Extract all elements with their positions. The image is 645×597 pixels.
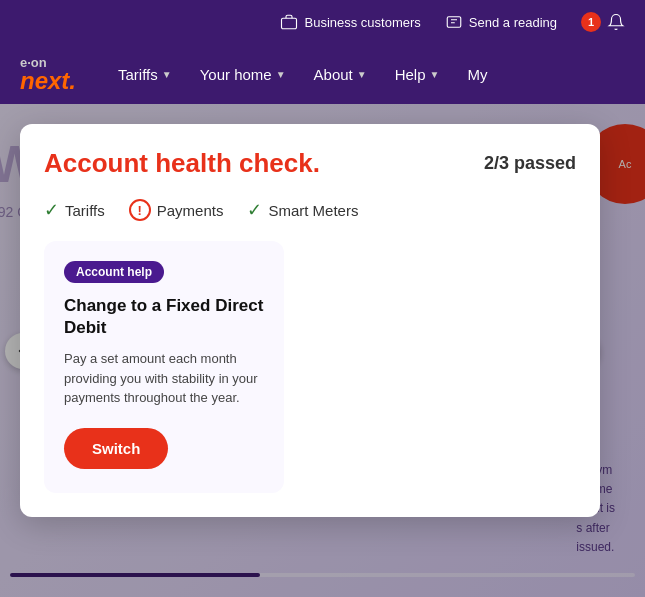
briefcase-icon — [280, 13, 298, 31]
notification-badge: 1 — [581, 12, 601, 32]
business-customers-link[interactable]: Business customers — [280, 13, 420, 31]
check-payments: ! Payments — [129, 199, 224, 221]
nav-your-home[interactable]: Your home ▼ — [188, 58, 298, 91]
modal-score: 2/3 passed — [484, 153, 576, 174]
smart-meters-pass-icon: ✓ — [247, 199, 262, 221]
notification-icon — [607, 13, 625, 31]
modal-title: Account health check. — [44, 148, 320, 179]
card-description: Pay a set amount each month providing yo… — [64, 349, 264, 408]
main-nav: Tariffs ▼ Your home ▼ About ▼ Help ▼ My — [106, 58, 625, 91]
check-tariffs-label: Tariffs — [65, 202, 105, 219]
modal-header: Account health check. 2/3 passed — [44, 148, 576, 179]
nav-bar: e·on next. Tariffs ▼ Your home ▼ About ▼… — [0, 44, 645, 104]
nav-help[interactable]: Help ▼ — [383, 58, 452, 91]
card-title: Change to a Fixed Direct Debit — [64, 295, 264, 339]
modal-overlay: Account health check. 2/3 passed ✓ Tarif… — [0, 104, 645, 597]
switch-button[interactable]: Switch — [64, 428, 168, 469]
about-chevron-icon: ▼ — [357, 69, 367, 80]
nav-about[interactable]: About ▼ — [302, 58, 379, 91]
send-reading-link[interactable]: Send a reading — [445, 13, 557, 31]
card-badge: Account help — [64, 261, 164, 283]
main-content: Wo 192 G Ac t paym payme ment is s after… — [0, 104, 645, 597]
account-help-card: Account help Change to a Fixed Direct De… — [44, 241, 284, 493]
send-reading-label: Send a reading — [469, 15, 557, 30]
check-smart-meters: ✓ Smart Meters — [247, 199, 358, 221]
tariffs-chevron-icon: ▼ — [162, 69, 172, 80]
health-checks-list: ✓ Tariffs ! Payments ✓ Smart Meters — [44, 199, 576, 221]
meter-icon — [445, 13, 463, 31]
health-check-modal: Account health check. 2/3 passed ✓ Tarif… — [20, 124, 600, 517]
tariffs-pass-icon: ✓ — [44, 199, 59, 221]
check-tariffs: ✓ Tariffs — [44, 199, 105, 221]
top-bar: Business customers Send a reading 1 — [0, 0, 645, 44]
nav-tariffs[interactable]: Tariffs ▼ — [106, 58, 184, 91]
logo[interactable]: e·on next. — [20, 56, 76, 93]
help-chevron-icon: ▼ — [430, 69, 440, 80]
business-customers-label: Business customers — [304, 15, 420, 30]
logo-next-text: next. — [20, 69, 76, 93]
check-payments-label: Payments — [157, 202, 224, 219]
notification-button[interactable]: 1 — [581, 12, 625, 32]
svg-rect-0 — [282, 18, 297, 29]
payments-warn-icon: ! — [129, 199, 151, 221]
check-smart-meters-label: Smart Meters — [268, 202, 358, 219]
nav-my[interactable]: My — [455, 58, 499, 91]
svg-rect-1 — [447, 17, 461, 28]
your-home-chevron-icon: ▼ — [276, 69, 286, 80]
